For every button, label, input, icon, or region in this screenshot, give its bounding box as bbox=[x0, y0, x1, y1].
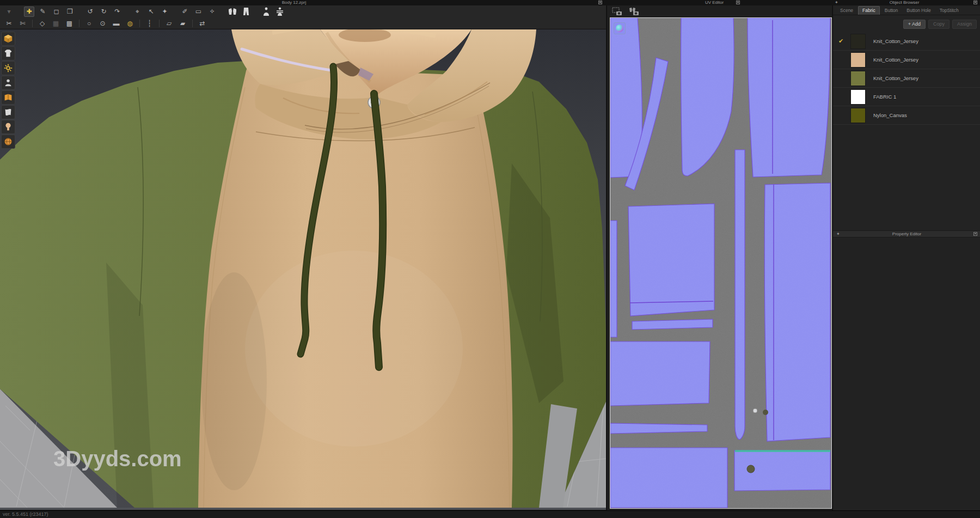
watermark-text: 3Dyyds.com bbox=[53, 447, 182, 471]
copy-fabric-button[interactable]: Copy bbox=[928, 20, 950, 29]
fabric-swatch bbox=[850, 108, 866, 123]
version-text: ver. 5.5.451 (r23417) bbox=[3, 511, 48, 517]
mesh-edit-tool-icon[interactable]: ▩ bbox=[64, 19, 75, 29]
flattening-cursor-tool-icon[interactable]: ▱ bbox=[164, 19, 174, 29]
fabric-library-icon[interactable] bbox=[1, 90, 15, 105]
fabric-list-item[interactable]: Knit_Cotton_Jersey bbox=[833, 51, 980, 69]
button-tool-icon[interactable]: ⊙ bbox=[97, 19, 108, 29]
steam-roller-tool-icon[interactable]: ▭ bbox=[193, 7, 204, 17]
seam-line-tool-icon[interactable]: ▬ bbox=[111, 19, 121, 29]
pants-tool-icon[interactable] bbox=[241, 7, 251, 17]
environment-globe-icon[interactable] bbox=[1, 135, 15, 149]
import-dropdown-icon[interactable]: ▾ bbox=[4, 7, 14, 17]
polygon-pattern-tool-icon[interactable]: ◇ bbox=[37, 19, 47, 29]
fabric-actions: + Add Copy Assign bbox=[833, 15, 980, 32]
fabric-list-item[interactable]: Nylon_Canvas bbox=[833, 106, 980, 125]
fabric-list-item[interactable]: Knit_Cotton_Jersey bbox=[833, 69, 980, 88]
property-editor-title: Property Editor bbox=[833, 231, 980, 236]
viewport-float-icon[interactable] bbox=[598, 1, 602, 4]
tab-button-hole[interactable]: Button Hole bbox=[903, 7, 934, 15]
fold-left-tool-icon[interactable]: ↺ bbox=[85, 7, 95, 17]
zipper-tool-icon[interactable]: ┆ bbox=[144, 19, 155, 29]
fabric-swatch bbox=[850, 89, 866, 105]
edit-pattern-tool-icon[interactable]: ✎ bbox=[38, 7, 48, 17]
uv-snapshot-camera-icon[interactable] bbox=[611, 7, 623, 16]
toolbar-row-1: ▾✚✎◻❐↺↻↷⌖↖✦✐▭✧ bbox=[0, 5, 606, 17]
move-tool-icon[interactable]: ✚ bbox=[24, 7, 34, 17]
uv-texture-noise bbox=[610, 18, 831, 508]
fabric-swatch bbox=[850, 52, 866, 68]
fabric-swatch bbox=[850, 34, 866, 49]
fabric-texture-ball-icon[interactable] bbox=[614, 22, 626, 34]
object-browser-panel: Scene Fabric Button Button Hole TopStitc… bbox=[832, 5, 980, 518]
add-fabric-button[interactable]: + Add bbox=[903, 20, 926, 29]
property-editor-body bbox=[833, 237, 980, 518]
shirt-pair-tool-icon[interactable] bbox=[227, 7, 237, 17]
uv-editor-float-icon[interactable] bbox=[736, 1, 740, 4]
property-editor-header[interactable]: ✦ Property Editor bbox=[833, 230, 980, 237]
show-cloth-icon[interactable] bbox=[1, 105, 15, 119]
drag-garment-tool-icon[interactable]: ↖ bbox=[146, 7, 156, 17]
uv-editor-panel bbox=[607, 5, 832, 510]
transform-pattern-tool-icon[interactable]: ◻ bbox=[51, 7, 62, 17]
toolbar-row-2: ✂✄◇▦▩○⊙▬◍┆▱▰⇄ bbox=[0, 17, 606, 29]
property-editor-float-icon[interactable] bbox=[973, 232, 977, 236]
fabric-list-item[interactable]: FABRIC 1 bbox=[833, 88, 980, 106]
fabric-list-item[interactable]: ✔ Knit_Cotton_Jersey bbox=[833, 32, 980, 51]
active-fabric-check-icon: ✔ bbox=[838, 38, 850, 45]
main-toolbar: ▾✚✎◻❐↺↻↷⌖↖✦✐▭✧ ✂✄◇▦▩○⊙▬◍┆▱▰⇄ bbox=[0, 5, 606, 29]
uv-canvas[interactable] bbox=[610, 17, 832, 509]
viewport-side-toolbar bbox=[1, 32, 17, 149]
avatar-tool-icon[interactable] bbox=[261, 7, 271, 17]
tab-button[interactable]: Button bbox=[881, 7, 902, 15]
viewport-title: Body 12.zprj bbox=[234, 0, 354, 5]
fold-right-tool-icon[interactable]: ↻ bbox=[99, 7, 109, 17]
mesh-select-tool-icon[interactable]: ▦ bbox=[51, 19, 61, 29]
status-bar: ver. 5.5.451 (r23417) bbox=[0, 510, 980, 518]
paste-pattern-tool-icon[interactable]: ❐ bbox=[65, 7, 75, 17]
symmetry-tool-icon[interactable]: ⇄ bbox=[197, 19, 207, 29]
fold-arrangement-tool-icon[interactable]: ↷ bbox=[112, 7, 122, 17]
uv-editor-title: UV Editor bbox=[654, 0, 774, 5]
application-window: Body 12.zprj UV Editor Object Browser ✦ bbox=[0, 0, 980, 518]
avatar-skin-icon[interactable] bbox=[1, 120, 15, 134]
fabric-list: ✔ Knit_Cotton_Jersey Knit_Cotton_Jersey … bbox=[833, 32, 980, 125]
simulation-settings-icon[interactable] bbox=[1, 61, 15, 75]
object-browser-title: Object Browser bbox=[844, 0, 964, 5]
tab-scene[interactable]: Scene bbox=[836, 7, 857, 15]
flattening-tool-icon[interactable]: ▰ bbox=[177, 19, 188, 29]
uv-editor-toolbar bbox=[611, 7, 640, 16]
object-browser-float-icon[interactable] bbox=[973, 1, 977, 4]
avatar-pose-tool-icon[interactable] bbox=[274, 7, 285, 17]
sewing-edit-tool-icon[interactable]: ✐ bbox=[180, 7, 190, 17]
show-garment-icon[interactable] bbox=[1, 46, 15, 60]
cut-and-sew-tool-icon[interactable]: ✄ bbox=[17, 19, 28, 29]
tab-topstitch[interactable]: TopStitch bbox=[936, 7, 963, 15]
panel-title-strip: Body 12.zprj UV Editor Object Browser ✦ bbox=[0, 0, 980, 5]
reset-garment-tool-icon[interactable]: ✦ bbox=[160, 7, 170, 17]
refresh-drape-tool-icon[interactable]: ✧ bbox=[207, 7, 217, 17]
pin-tool-icon[interactable]: ⌖ bbox=[132, 7, 143, 17]
viewport-3d[interactable]: 3Dyyds.com bbox=[0, 29, 606, 510]
tab-fabric[interactable]: Fabric bbox=[858, 6, 880, 15]
uv-garment-camera-icon[interactable] bbox=[628, 7, 640, 16]
object-browser-tabs: Scene Fabric Button Button Hole TopStitc… bbox=[833, 5, 980, 15]
button-cursor-tool-icon[interactable]: ○ bbox=[84, 19, 94, 29]
grading-lock-tool-icon[interactable]: ◍ bbox=[125, 19, 135, 29]
show-avatar-icon[interactable] bbox=[1, 76, 15, 90]
fabric-swatch bbox=[850, 71, 866, 86]
assign-fabric-button[interactable]: Assign bbox=[952, 20, 977, 29]
object-browser-collapse-icon[interactable]: ✦ bbox=[835, 0, 838, 5]
trace-cursor-tool-icon[interactable]: ✂ bbox=[4, 19, 14, 29]
show-3d-objects-icon[interactable] bbox=[1, 32, 15, 46]
